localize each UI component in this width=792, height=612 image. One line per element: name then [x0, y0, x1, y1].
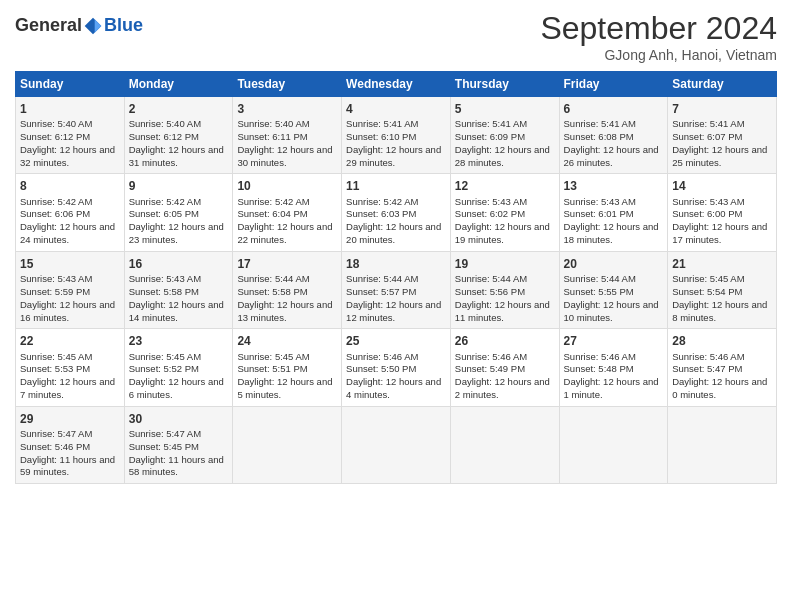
daylight-text: Daylight: 12 hours and 20 minutes. — [346, 221, 441, 245]
sunrise-text: Sunrise: 5:43 AM — [672, 196, 744, 207]
calendar-cell: 9Sunrise: 5:42 AMSunset: 6:05 PMDaylight… — [124, 174, 233, 251]
day-number: 1 — [20, 101, 120, 117]
sunrise-text: Sunrise: 5:45 AM — [20, 351, 92, 362]
sunrise-text: Sunrise: 5:42 AM — [346, 196, 418, 207]
day-number: 25 — [346, 333, 446, 349]
daylight-text: Daylight: 12 hours and 31 minutes. — [129, 144, 224, 168]
calendar-cell: 25Sunrise: 5:46 AMSunset: 5:50 PMDayligh… — [342, 329, 451, 406]
calendar-cell: 10Sunrise: 5:42 AMSunset: 6:04 PMDayligh… — [233, 174, 342, 251]
calendar-cell: 22Sunrise: 5:45 AMSunset: 5:53 PMDayligh… — [16, 329, 125, 406]
sunrise-text: Sunrise: 5:44 AM — [237, 273, 309, 284]
header-monday: Monday — [124, 72, 233, 97]
daylight-text: Daylight: 12 hours and 0 minutes. — [672, 376, 767, 400]
calendar-cell: 4Sunrise: 5:41 AMSunset: 6:10 PMDaylight… — [342, 97, 451, 174]
day-number: 2 — [129, 101, 229, 117]
day-number: 3 — [237, 101, 337, 117]
sunrise-text: Sunrise: 5:45 AM — [129, 351, 201, 362]
daylight-text: Daylight: 12 hours and 1 minute. — [564, 376, 659, 400]
day-number: 13 — [564, 178, 664, 194]
day-number: 11 — [346, 178, 446, 194]
header-saturday: Saturday — [668, 72, 777, 97]
calendar-cell: 26Sunrise: 5:46 AMSunset: 5:49 PMDayligh… — [450, 329, 559, 406]
sunset-text: Sunset: 5:58 PM — [129, 286, 199, 297]
logo-general: General — [15, 15, 82, 36]
daylight-text: Daylight: 12 hours and 4 minutes. — [346, 376, 441, 400]
sunset-text: Sunset: 6:02 PM — [455, 208, 525, 219]
sunrise-text: Sunrise: 5:40 AM — [20, 118, 92, 129]
month-title: September 2024 — [540, 10, 777, 47]
calendar-cell: 29Sunrise: 5:47 AMSunset: 5:46 PMDayligh… — [16, 406, 125, 483]
logo-blue: Blue — [104, 15, 143, 36]
calendar-cell: 17Sunrise: 5:44 AMSunset: 5:58 PMDayligh… — [233, 251, 342, 328]
sunset-text: Sunset: 5:46 PM — [20, 441, 90, 452]
sunset-text: Sunset: 6:00 PM — [672, 208, 742, 219]
main-container: General Blue September 2024 GJong Anh, H… — [0, 0, 792, 494]
sunset-text: Sunset: 6:12 PM — [129, 131, 199, 142]
logo-icon — [83, 16, 103, 36]
sunrise-text: Sunrise: 5:44 AM — [346, 273, 418, 284]
sunset-text: Sunset: 6:09 PM — [455, 131, 525, 142]
header-row: Sunday Monday Tuesday Wednesday Thursday… — [16, 72, 777, 97]
sunset-text: Sunset: 5:54 PM — [672, 286, 742, 297]
day-number: 14 — [672, 178, 772, 194]
sunrise-text: Sunrise: 5:41 AM — [672, 118, 744, 129]
calendar-cell: 21Sunrise: 5:45 AMSunset: 5:54 PMDayligh… — [668, 251, 777, 328]
daylight-text: Daylight: 12 hours and 19 minutes. — [455, 221, 550, 245]
calendar-row: 29Sunrise: 5:47 AMSunset: 5:46 PMDayligh… — [16, 406, 777, 483]
sunrise-text: Sunrise: 5:47 AM — [129, 428, 201, 439]
sunrise-text: Sunrise: 5:41 AM — [346, 118, 418, 129]
sunrise-text: Sunrise: 5:46 AM — [455, 351, 527, 362]
daylight-text: Daylight: 12 hours and 16 minutes. — [20, 299, 115, 323]
day-number: 16 — [129, 256, 229, 272]
calendar-cell: 16Sunrise: 5:43 AMSunset: 5:58 PMDayligh… — [124, 251, 233, 328]
calendar-row: 15Sunrise: 5:43 AMSunset: 5:59 PMDayligh… — [16, 251, 777, 328]
calendar-cell: 19Sunrise: 5:44 AMSunset: 5:56 PMDayligh… — [450, 251, 559, 328]
daylight-text: Daylight: 12 hours and 32 minutes. — [20, 144, 115, 168]
calendar-cell: 18Sunrise: 5:44 AMSunset: 5:57 PMDayligh… — [342, 251, 451, 328]
sunset-text: Sunset: 6:12 PM — [20, 131, 90, 142]
sunrise-text: Sunrise: 5:42 AM — [129, 196, 201, 207]
sunset-text: Sunset: 5:57 PM — [346, 286, 416, 297]
daylight-text: Daylight: 12 hours and 13 minutes. — [237, 299, 332, 323]
title-area: September 2024 GJong Anh, Hanoi, Vietnam — [540, 10, 777, 63]
sunrise-text: Sunrise: 5:42 AM — [237, 196, 309, 207]
sunrise-text: Sunrise: 5:45 AM — [672, 273, 744, 284]
header-friday: Friday — [559, 72, 668, 97]
calendar-cell: 2Sunrise: 5:40 AMSunset: 6:12 PMDaylight… — [124, 97, 233, 174]
sunset-text: Sunset: 6:03 PM — [346, 208, 416, 219]
day-number: 10 — [237, 178, 337, 194]
calendar-cell: 15Sunrise: 5:43 AMSunset: 5:59 PMDayligh… — [16, 251, 125, 328]
daylight-text: Daylight: 12 hours and 25 minutes. — [672, 144, 767, 168]
day-number: 20 — [564, 256, 664, 272]
sunrise-text: Sunrise: 5:40 AM — [129, 118, 201, 129]
calendar-cell: 7Sunrise: 5:41 AMSunset: 6:07 PMDaylight… — [668, 97, 777, 174]
sunrise-text: Sunrise: 5:43 AM — [455, 196, 527, 207]
calendar-cell: 13Sunrise: 5:43 AMSunset: 6:01 PMDayligh… — [559, 174, 668, 251]
day-number: 12 — [455, 178, 555, 194]
day-number: 23 — [129, 333, 229, 349]
calendar-cell: 14Sunrise: 5:43 AMSunset: 6:00 PMDayligh… — [668, 174, 777, 251]
sunset-text: Sunset: 5:47 PM — [672, 363, 742, 374]
logo: General Blue — [15, 15, 143, 36]
day-number: 17 — [237, 256, 337, 272]
day-number: 9 — [129, 178, 229, 194]
sunrise-text: Sunrise: 5:46 AM — [346, 351, 418, 362]
day-number: 18 — [346, 256, 446, 272]
sunrise-text: Sunrise: 5:46 AM — [672, 351, 744, 362]
day-number: 7 — [672, 101, 772, 117]
calendar-row: 8Sunrise: 5:42 AMSunset: 6:06 PMDaylight… — [16, 174, 777, 251]
calendar-cell: 20Sunrise: 5:44 AMSunset: 5:55 PMDayligh… — [559, 251, 668, 328]
calendar-cell: 11Sunrise: 5:42 AMSunset: 6:03 PMDayligh… — [342, 174, 451, 251]
daylight-text: Daylight: 12 hours and 29 minutes. — [346, 144, 441, 168]
sunset-text: Sunset: 6:07 PM — [672, 131, 742, 142]
calendar-cell: 28Sunrise: 5:46 AMSunset: 5:47 PMDayligh… — [668, 329, 777, 406]
calendar-table: Sunday Monday Tuesday Wednesday Thursday… — [15, 71, 777, 484]
sunrise-text: Sunrise: 5:44 AM — [564, 273, 636, 284]
day-number: 4 — [346, 101, 446, 117]
sunrise-text: Sunrise: 5:44 AM — [455, 273, 527, 284]
day-number: 30 — [129, 411, 229, 427]
day-number: 24 — [237, 333, 337, 349]
sunset-text: Sunset: 5:50 PM — [346, 363, 416, 374]
daylight-text: Daylight: 12 hours and 11 minutes. — [455, 299, 550, 323]
day-number: 21 — [672, 256, 772, 272]
